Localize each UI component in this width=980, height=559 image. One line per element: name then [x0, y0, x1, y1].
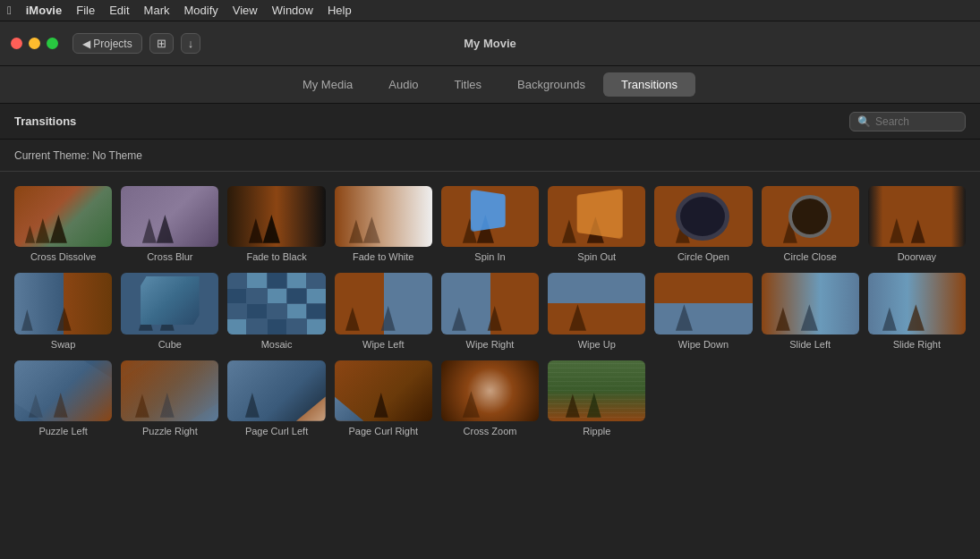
tab-titles[interactable]: Titles — [437, 72, 500, 97]
svg-marker-38 — [566, 394, 580, 418]
search-input[interactable] — [875, 115, 956, 128]
list-item[interactable]: Spin Out — [548, 186, 645, 262]
svg-marker-2 — [25, 225, 35, 243]
list-item[interactable]: Cross Dissolve — [14, 186, 112, 262]
apple-menu[interactable]:  — [7, 4, 12, 17]
list-item[interactable]: Swap — [14, 273, 112, 349]
transition-label-cross-blur: Cross Blur — [147, 251, 192, 262]
svg-marker-21 — [345, 307, 360, 330]
menu-edit[interactable]: Edit — [109, 4, 129, 17]
list-item[interactable]: Ripple — [548, 360, 645, 436]
list-item[interactable]: Spin In — [441, 186, 539, 262]
list-item[interactable]: Wipe Up — [548, 273, 645, 349]
list-item[interactable]: Cross Blur — [121, 186, 218, 262]
transition-label-slide-left: Slide Left — [789, 339, 831, 350]
transition-label-swap: Swap — [51, 339, 76, 350]
minimize-button[interactable] — [29, 38, 40, 49]
transition-thumb-puzzle-left — [14, 360, 112, 421]
page-title: Transitions — [14, 114, 76, 128]
svg-marker-5 — [249, 218, 263, 243]
transition-label-page-curl-left: Page Curl Left — [245, 426, 308, 436]
menubar:  iMovie File Edit Mark Modify View Wind… — [0, 0, 980, 21]
svg-marker-27 — [775, 307, 789, 330]
grid-view-button[interactable]: ⊞ — [149, 33, 174, 54]
transition-label-puzzle-right: Puzzle Right — [142, 426, 198, 436]
svg-marker-17 — [21, 309, 33, 331]
transitions-grid-container: Cross Dissolve Cross Blur Fade to Black — [0, 172, 980, 559]
transition-thumb-wipe-right — [441, 273, 539, 334]
list-item[interactable]: Wipe Down — [654, 273, 752, 349]
svg-marker-16 — [911, 220, 925, 243]
titlebar: ◀ Projects ⊞ ↓ My Movie — [0, 21, 980, 66]
transition-thumb-circle-open — [654, 186, 752, 247]
list-item[interactable]: Wipe Left — [335, 273, 432, 349]
close-button[interactable] — [11, 38, 22, 49]
menu-file[interactable]: File — [76, 4, 95, 17]
transition-thumb-slide-right — [868, 273, 966, 334]
list-item[interactable]: Slide Right — [868, 273, 966, 349]
list-item[interactable]: Mosaic — [227, 273, 325, 349]
svg-marker-1 — [50, 215, 67, 243]
tab-backgrounds[interactable]: Backgrounds — [499, 72, 603, 97]
menu-modify[interactable]: Modify — [183, 4, 217, 17]
transition-thumb-cube — [121, 273, 218, 334]
menu-view[interactable]: View — [233, 4, 258, 17]
theme-bar: Current Theme: No Theme — [0, 140, 980, 172]
tab-audio[interactable]: Audio — [371, 72, 436, 97]
transition-thumb-spin-out — [548, 186, 645, 247]
list-item[interactable]: Page Curl Left — [227, 360, 325, 436]
tab-transitions[interactable]: Transitions — [603, 72, 695, 97]
transition-label-cross-zoom: Cross Zoom — [464, 426, 517, 436]
menu-help[interactable]: Help — [328, 4, 352, 17]
svg-marker-26 — [676, 304, 693, 330]
menu-mark[interactable]: Mark — [144, 4, 170, 17]
list-item[interactable]: Fade to Black — [227, 186, 325, 262]
search-box[interactable]: 🔍 — [849, 112, 966, 131]
transition-label-fade-white: Fade to White — [353, 251, 413, 262]
list-item[interactable]: Slide Left — [762, 273, 859, 349]
transition-thumb-cross-dissolve — [14, 186, 112, 247]
svg-marker-0 — [36, 218, 50, 243]
projects-button[interactable]: ◀ Projects — [72, 33, 142, 54]
transition-label-wipe-right: Wipe Right — [466, 339, 515, 350]
search-icon: 🔍 — [857, 115, 871, 128]
content-header: Transitions 🔍 — [0, 104, 980, 140]
transition-label-circle-close: Circle Close — [784, 251, 837, 262]
svg-marker-7 — [349, 220, 363, 243]
list-item[interactable]: Circle Close — [762, 186, 859, 262]
list-item[interactable]: Circle Open — [654, 186, 752, 262]
svg-marker-23 — [452, 307, 466, 330]
app-menu-imovie[interactable]: iMovie — [26, 4, 62, 17]
transition-thumb-fade-black — [227, 186, 325, 247]
transition-label-mosaic: Mosaic — [261, 339, 293, 350]
menu-window[interactable]: Window — [272, 4, 313, 17]
list-item[interactable]: Cube — [121, 273, 218, 349]
transition-thumb-wipe-down — [654, 273, 752, 334]
tab-my-media[interactable]: My Media — [285, 72, 371, 97]
svg-marker-25 — [569, 304, 586, 330]
transition-thumb-mosaic — [227, 273, 325, 334]
svg-marker-39 — [587, 393, 601, 418]
transition-thumb-doorway — [868, 186, 966, 247]
transition-thumb-ripple — [548, 360, 645, 421]
svg-marker-15 — [890, 218, 904, 243]
transition-label-cross-dissolve: Cross Dissolve — [30, 251, 96, 262]
transition-label-page-curl-right: Page Curl Right — [348, 426, 418, 436]
theme-label: Current Theme: No Theme — [14, 149, 142, 162]
list-item[interactable]: Fade to White — [335, 186, 432, 262]
list-item[interactable]: Puzzle Right — [121, 360, 218, 436]
svg-marker-28 — [800, 304, 817, 330]
svg-marker-6 — [263, 215, 280, 243]
transition-thumb-swap — [14, 273, 112, 334]
list-item[interactable]: Doorway — [868, 186, 966, 262]
list-item[interactable]: Puzzle Left — [14, 360, 112, 436]
window-title: My Movie — [464, 37, 516, 50]
transition-label-circle-open: Circle Open — [677, 251, 729, 262]
transition-thumb-spin-in — [441, 186, 539, 247]
list-item[interactable]: Cross Zoom — [441, 360, 539, 436]
sort-button[interactable]: ↓ — [181, 33, 201, 54]
maximize-button[interactable] — [47, 38, 58, 49]
transition-label-puzzle-left: Puzzle Left — [38, 426, 87, 436]
list-item[interactable]: Page Curl Right — [335, 360, 432, 436]
list-item[interactable]: Wipe Right — [441, 273, 539, 349]
